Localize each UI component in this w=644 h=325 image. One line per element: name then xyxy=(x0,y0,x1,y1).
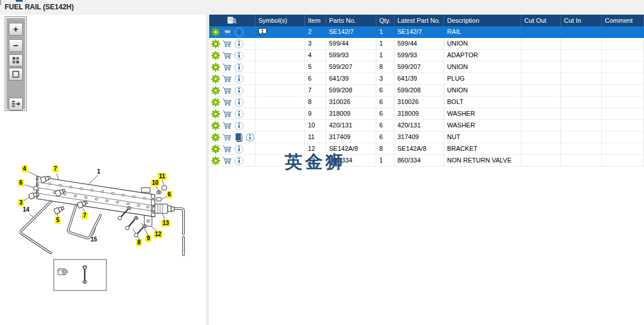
column-header-cut_out[interactable]: Cut Out xyxy=(521,15,561,26)
cell-description: UNION xyxy=(444,61,521,72)
info-icon[interactable] xyxy=(234,156,244,165)
info-icon[interactable] xyxy=(234,39,244,49)
gear-icon[interactable] xyxy=(211,74,220,84)
cell-cut_in xyxy=(561,120,602,131)
zoom-out-button[interactable]: − xyxy=(9,39,23,52)
table-row[interactable]: 13860/3341860/334NON RETURN VALVE xyxy=(209,155,644,167)
column-header-description[interactable]: Description xyxy=(444,15,521,26)
gear-icon[interactable] xyxy=(211,109,220,119)
exclamation-bubble-icon[interactable] xyxy=(258,27,267,37)
row-actions xyxy=(209,143,255,154)
gear-icon[interactable] xyxy=(211,63,220,72)
gear-icon[interactable] xyxy=(211,51,220,60)
column-header-latest_part_no[interactable]: Latest Part No. xyxy=(394,15,444,26)
diagram-callout-8[interactable]: 8 xyxy=(136,239,142,246)
cart-icon[interactable] xyxy=(223,39,232,49)
table-row[interactable]: 93180096318009WASHER xyxy=(209,108,644,120)
table-row[interactable]: 7599/2086599/208UNION xyxy=(209,85,644,96)
gear-icon[interactable] xyxy=(211,121,220,130)
cell-symbols xyxy=(255,132,305,143)
column-header-comment[interactable]: Comment xyxy=(602,15,644,26)
table-row[interactable]: 3599/441599/44UNION xyxy=(209,38,644,50)
cart-icon[interactable] xyxy=(223,144,232,154)
diagram-callout-4[interactable]: 4 xyxy=(22,165,27,172)
diagram-callout-13[interactable]: 13 xyxy=(161,220,170,227)
book-icon[interactable] xyxy=(234,133,244,142)
info-icon[interactable] xyxy=(234,27,244,37)
cell-cut_in xyxy=(561,132,602,143)
info-icon[interactable] xyxy=(234,51,244,60)
table-row[interactable]: 113174096317409NUT xyxy=(209,132,644,143)
exploded-parts-diagram[interactable]: 4711110663145713129815 xyxy=(9,158,202,295)
fit-view-button[interactable] xyxy=(9,68,23,81)
info-icon[interactable] xyxy=(234,109,244,119)
tile-view-button[interactable] xyxy=(9,54,23,67)
info-icon[interactable] xyxy=(234,121,244,130)
cell-comment xyxy=(602,132,644,143)
gear-icon[interactable] xyxy=(211,98,220,107)
column-header-parts_no[interactable]: Parts No. xyxy=(326,15,376,26)
cell-qty: 8 xyxy=(376,61,394,72)
cell-qty: 6 xyxy=(376,96,394,108)
diagram-callout-5[interactable]: 5 xyxy=(55,217,61,224)
cart-icon[interactable] xyxy=(223,27,232,37)
table-row[interactable]: 12SE142A/88SE142A/8BRACKET xyxy=(209,143,644,155)
cell-cut_in xyxy=(561,73,602,84)
cell-qty: 6 xyxy=(376,85,394,96)
table-row[interactable]: 6641/393641/39PLUG xyxy=(209,73,644,85)
cart-icon[interactable] xyxy=(223,98,232,107)
cell-cut_out xyxy=(521,85,561,96)
info-icon[interactable] xyxy=(234,86,244,95)
table-row[interactable]: 5599/2078599/207UNION xyxy=(209,61,644,73)
table-row[interactable]: 2SE142/71SE142/7RAIL xyxy=(209,26,644,38)
column-header-actions[interactable] xyxy=(209,15,255,26)
gear-icon[interactable] xyxy=(211,156,220,165)
gear-icon[interactable] xyxy=(211,86,220,95)
cell-comment xyxy=(602,108,644,119)
gear-icon[interactable] xyxy=(211,144,220,154)
column-header-qty[interactable]: Qty. xyxy=(376,15,394,26)
cart-icon[interactable] xyxy=(223,133,232,142)
cell-symbols xyxy=(255,120,305,131)
cell-item: 11 xyxy=(305,132,326,143)
diagram-callout-7[interactable]: 7 xyxy=(82,212,88,219)
info-icon[interactable] xyxy=(234,63,244,72)
gear-icon[interactable] xyxy=(211,133,220,142)
cart-icon[interactable] xyxy=(223,109,232,119)
cart-icon[interactable] xyxy=(223,156,232,165)
column-header-item[interactable]: Item xyxy=(305,15,326,26)
cart-icon[interactable] xyxy=(223,74,232,84)
toggle-panel-button[interactable] xyxy=(9,98,23,110)
table-row[interactable]: 83100266310026BOLT xyxy=(209,96,644,108)
cell-cut_out xyxy=(521,155,561,166)
row-actions xyxy=(209,132,255,143)
diagram-callout-3[interactable]: 3 xyxy=(18,199,24,206)
info-icon[interactable] xyxy=(234,98,244,107)
diagram-callout-9[interactable]: 9 xyxy=(146,235,151,242)
info-outline-icon[interactable] xyxy=(245,133,255,142)
diagram-callout-12[interactable]: 12 xyxy=(154,231,162,238)
column-header-cut_in[interactable]: Cut In xyxy=(561,15,602,26)
column-header-symbols[interactable]: Symbol(s) xyxy=(255,15,305,26)
cart-icon[interactable] xyxy=(223,86,232,95)
tile-view-icon xyxy=(12,57,19,64)
cell-description: PLUG xyxy=(444,73,521,84)
table-row[interactable]: 10420/1316420/131WASHER xyxy=(209,120,644,132)
cart-icon[interactable] xyxy=(223,63,232,72)
gear-icon[interactable] xyxy=(211,27,220,37)
diagram-callout-7[interactable]: 7 xyxy=(53,165,58,172)
table-row[interactable]: 4599/931599/93ADAPTOR xyxy=(209,50,644,61)
info-icon[interactable] xyxy=(234,144,244,154)
cell-qty: 6 xyxy=(376,108,394,119)
zoom-in-button[interactable]: + xyxy=(9,23,23,36)
cart-icon[interactable] xyxy=(223,51,232,60)
cell-cut_out xyxy=(521,132,561,143)
info-icon[interactable] xyxy=(234,74,244,84)
diagram-callout-6[interactable]: 6 xyxy=(167,191,172,198)
cart-icon[interactable] xyxy=(223,121,232,130)
cell-parts_no: 318009 xyxy=(326,108,376,119)
gear-icon[interactable] xyxy=(211,39,220,49)
diagram-callout-6[interactable]: 6 xyxy=(18,179,24,186)
diagram-callout-10[interactable]: 10 xyxy=(151,179,160,186)
search-doc-icon xyxy=(227,16,237,25)
